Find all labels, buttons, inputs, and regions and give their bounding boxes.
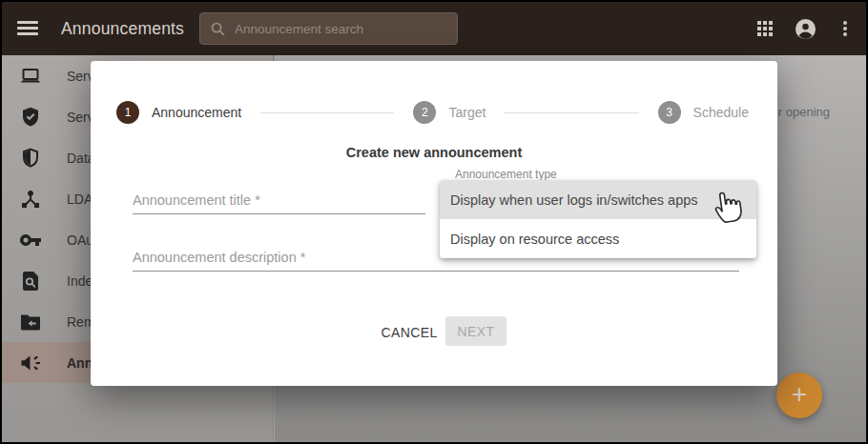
shield-half-icon: [19, 147, 42, 170]
cancel-button[interactable]: CANCEL: [376, 320, 443, 345]
announcement-title-input[interactable]: [133, 191, 425, 214]
account-icon[interactable]: [794, 2, 816, 55]
create-announcement-dialog: 1 Announcement 2 Target 3 Schedule Creat…: [91, 61, 777, 386]
dropdown-option-resource-access[interactable]: Display on resource access: [440, 219, 756, 258]
step-target[interactable]: 2 Target: [413, 101, 486, 124]
search-icon: [210, 21, 226, 37]
dialog-title: Create new announcement: [91, 145, 777, 160]
topbar: Announcements: [2, 2, 866, 55]
search-input[interactable]: [235, 22, 447, 36]
announcement-title-field: [133, 191, 425, 214]
page-title: Announcements: [61, 2, 184, 55]
step-number-badge: 3: [658, 101, 681, 124]
add-announcement-fab[interactable]: +: [776, 373, 822, 418]
megaphone-icon: [19, 352, 42, 374]
step-number-badge: 2: [413, 101, 436, 124]
announcement-type-label: Announcement type: [455, 168, 557, 181]
step-announcement[interactable]: 1 Announcement: [116, 101, 241, 124]
announcement-type-dropdown: Display when user logs in/switches apps …: [440, 180, 756, 258]
folder-arrow-icon: [19, 311, 42, 333]
step-schedule[interactable]: 3 Schedule: [658, 101, 749, 124]
app-window: Announcements: [0, 0, 868, 444]
laptop-icon: [19, 65, 42, 88]
plus-icon: +: [792, 381, 807, 408]
wizard-stepper: 1 Announcement 2 Target 3 Schedule: [116, 101, 749, 124]
step-number-badge: 1: [116, 101, 139, 124]
next-button[interactable]: NEXT: [445, 316, 506, 346]
step-connector: [260, 112, 394, 113]
hamburger-menu-icon[interactable]: [17, 21, 38, 36]
hub-icon: [19, 188, 42, 211]
apps-grid-icon[interactable]: [755, 2, 775, 55]
background-partial-text: or opening: [772, 105, 830, 119]
shield-check-icon: [19, 106, 42, 129]
step-connector: [505, 112, 638, 113]
document-search-icon: [19, 270, 42, 293]
search-box[interactable]: [199, 12, 458, 45]
dropdown-option-login-switch[interactable]: Display when user logs in/switches apps: [440, 180, 756, 219]
more-vert-icon[interactable]: [838, 2, 852, 55]
key-icon: [19, 229, 42, 252]
